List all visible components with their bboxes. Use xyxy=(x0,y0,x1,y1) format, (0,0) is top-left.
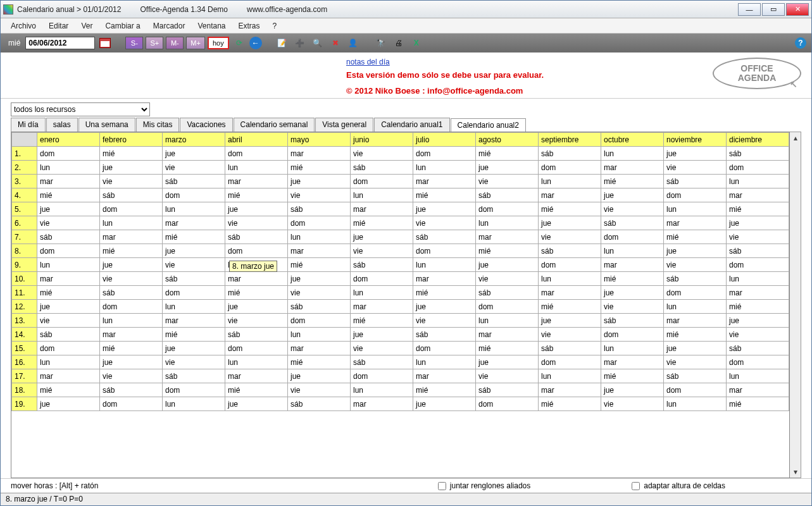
date-input[interactable] xyxy=(25,37,95,49)
tab-vacaciones[interactable]: Vacaciones xyxy=(180,118,232,132)
day-cell[interactable]: mié xyxy=(539,202,601,216)
day-cell[interactable]: mié xyxy=(413,286,476,300)
menu-marcador[interactable]: Marcador xyxy=(148,20,191,32)
day-cell[interactable]: mar xyxy=(37,272,100,286)
menu-editar[interactable]: Editar xyxy=(44,20,73,32)
day-cell[interactable]: sáb xyxy=(163,175,225,188)
day-cell[interactable]: dom xyxy=(100,300,163,314)
day-cell[interactable]: vie xyxy=(539,230,601,244)
day-cell[interactable]: lun xyxy=(351,188,413,202)
month-header[interactable]: junio xyxy=(351,133,413,147)
day-cell[interactable]: mar xyxy=(100,328,163,342)
day-cell[interactable]: mar xyxy=(100,230,163,244)
day-cell[interactable]: vie xyxy=(37,216,100,230)
help-button[interactable]: ? xyxy=(795,37,806,49)
day-cell[interactable]: jue xyxy=(163,147,225,161)
day-cell[interactable]: dom xyxy=(413,244,476,258)
day-cell[interactable]: mié xyxy=(100,342,163,355)
day-cell[interactable]: mar xyxy=(664,216,727,230)
day-cell[interactable]: mar xyxy=(601,161,664,175)
day-cell[interactable]: sáb xyxy=(37,230,100,244)
day-cell[interactable]: vie xyxy=(664,355,727,369)
day-cell[interactable]: jue xyxy=(37,202,100,216)
day-cell[interactable]: vie xyxy=(288,286,351,300)
day-cell[interactable]: mar xyxy=(539,188,601,202)
day-cell[interactable]: lun xyxy=(37,355,100,369)
week-minus-button[interactable]: S- xyxy=(125,37,143,49)
day-cell[interactable]: mié xyxy=(163,328,225,342)
day-cell[interactable]: mié xyxy=(100,147,163,161)
delete-icon[interactable]: ✖ xyxy=(328,36,343,50)
day-cell[interactable]: lun xyxy=(664,300,727,314)
day-cell[interactable]: dom xyxy=(476,202,539,216)
day-cell[interactable]: mar xyxy=(288,147,351,161)
day-cell[interactable]: vie xyxy=(100,369,163,383)
scroll-down-icon[interactable]: ▾ xyxy=(790,466,801,478)
day-cell[interactable]: dom xyxy=(601,230,664,244)
close-button[interactable]: ✕ xyxy=(786,3,809,16)
day-cell[interactable]: mar xyxy=(37,175,100,188)
tab-una-semana[interactable]: Una semana xyxy=(78,118,135,132)
day-cell[interactable]: sáb xyxy=(476,383,539,397)
day-cell[interactable]: lun xyxy=(727,175,789,188)
day-cell[interactable]: mié xyxy=(727,202,789,216)
day-cell[interactable]: lun xyxy=(351,286,413,300)
tab-mi-día[interactable]: Mi día xyxy=(11,118,46,132)
day-cell[interactable]: dom xyxy=(288,216,351,230)
day-cell[interactable]: sáb xyxy=(351,355,413,369)
day-cell[interactable]: sáb xyxy=(413,328,476,342)
day-cell[interactable]: vie xyxy=(163,161,225,175)
month-header[interactable]: octubre xyxy=(601,133,664,147)
day-cell[interactable]: dom xyxy=(225,244,288,258)
menu-ventana[interactable]: Ventana xyxy=(192,20,230,32)
day-cell[interactable]: vie xyxy=(727,230,789,244)
search-icon[interactable]: 🔍 xyxy=(310,36,325,50)
adapt-height-checkbox[interactable]: adaptar altura de celdas xyxy=(632,481,725,490)
day-cell[interactable]: sáb xyxy=(100,188,163,202)
day-cell[interactable]: sáb xyxy=(288,202,351,216)
day-cell[interactable]: mar xyxy=(413,175,476,188)
day-cell[interactable]: sáb xyxy=(351,258,413,272)
day-cell[interactable]: lun xyxy=(601,244,664,258)
day-cell[interactable]: mar xyxy=(476,230,539,244)
day-cell[interactable]: lun xyxy=(413,355,476,369)
day-cell[interactable]: jue xyxy=(37,300,100,314)
day-cell[interactable]: jue xyxy=(288,369,351,383)
day-cell[interactable]: dom xyxy=(163,188,225,202)
day-cell[interactable]: lun xyxy=(288,328,351,342)
day-cell[interactable]: vie xyxy=(727,328,789,342)
day-cell[interactable]: mié xyxy=(476,147,539,161)
day-cell[interactable]: mié xyxy=(288,355,351,369)
day-cell[interactable]: mar xyxy=(727,286,789,300)
day-cell[interactable]: dom xyxy=(601,328,664,342)
day-cell[interactable]: mié xyxy=(225,188,288,202)
day-cell[interactable]: lun xyxy=(601,342,664,355)
day-cell[interactable]: jue xyxy=(100,355,163,369)
day-cell[interactable]: sáb xyxy=(664,369,727,383)
tab-salas[interactable]: salas xyxy=(46,118,78,132)
day-cell[interactable]: mar xyxy=(351,397,413,411)
day-cell[interactable]: mar xyxy=(727,383,789,397)
day-cell[interactable]: mar xyxy=(225,175,288,188)
day-cell[interactable]: jue xyxy=(351,328,413,342)
day-cell[interactable]: vie xyxy=(413,314,476,328)
day-cell[interactable]: mar xyxy=(476,328,539,342)
day-cell[interactable]: jue xyxy=(163,342,225,355)
day-cell[interactable]: sáb xyxy=(225,230,288,244)
vertical-scrollbar[interactable]: ▴ ▾ xyxy=(790,132,801,478)
join-rows-checkbox[interactable]: juntar renglones aliados xyxy=(438,481,530,490)
day-cell[interactable]: vie xyxy=(601,300,664,314)
day-cell[interactable]: mar xyxy=(727,188,789,202)
day-cell[interactable]: lun xyxy=(601,147,664,161)
tab-calendario-semanal[interactable]: Calendario semanal xyxy=(234,118,315,132)
day-cell[interactable]: jue xyxy=(539,216,601,230)
excel-icon[interactable]: X xyxy=(409,36,424,50)
calendar-grid[interactable]: enerofebreromarzoabrilmayojuniojulioagos… xyxy=(11,132,790,478)
day-cell[interactable]: jue xyxy=(727,314,789,328)
day-cell[interactable]: jue xyxy=(413,202,476,216)
day-cell[interactable]: vie xyxy=(476,369,539,383)
day-cell[interactable]: mar xyxy=(351,202,413,216)
day-cell[interactable]: lun xyxy=(413,258,476,272)
day-cell[interactable]: dom xyxy=(351,175,413,188)
day-cell[interactable]: mié xyxy=(288,161,351,175)
